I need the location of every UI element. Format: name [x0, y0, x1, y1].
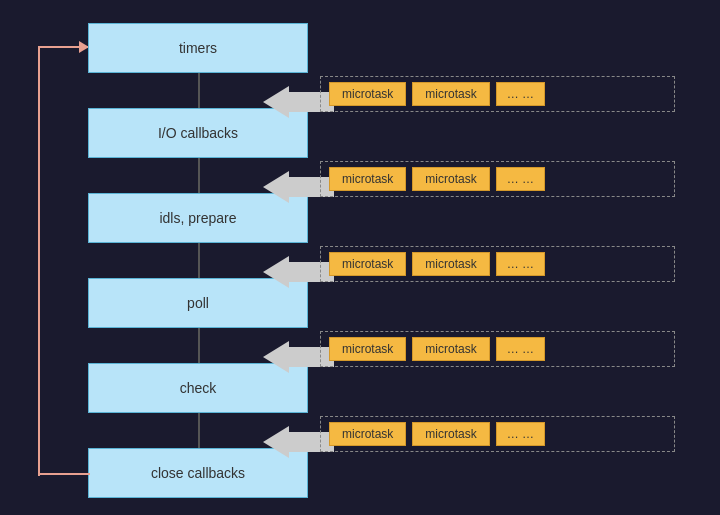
microtask-item: microtask — [329, 252, 406, 276]
microtask-row-1: microtask microtask … … — [320, 76, 675, 112]
microtask-item: microtask — [329, 167, 406, 191]
microtask-dots: … … — [496, 167, 545, 191]
connector-4 — [198, 328, 200, 363]
entry-arrow — [38, 46, 88, 48]
microtask-item: microtask — [329, 422, 406, 446]
microtask-dots: … … — [496, 82, 545, 106]
microtask-row-3: microtask microtask … … — [320, 246, 675, 282]
event-loop-diagram: timers I/O callbacks idls, prepare poll … — [10, 8, 710, 508]
connector-3 — [198, 243, 200, 278]
connector-2 — [198, 158, 200, 193]
microtask-row-5: microtask microtask … … — [320, 416, 675, 452]
microtask-row-2: microtask microtask … … — [320, 161, 675, 197]
microtask-item: microtask — [412, 422, 489, 446]
microtask-row-4: microtask microtask … … — [320, 331, 675, 367]
microtask-dots: … … — [496, 337, 545, 361]
connector-1 — [198, 73, 200, 108]
microtask-item: microtask — [412, 167, 489, 191]
microtask-dots: … … — [496, 252, 545, 276]
loop-back-line — [38, 46, 40, 476]
microtask-item: microtask — [329, 337, 406, 361]
loop-bottom-h — [38, 473, 90, 475]
microtask-item: microtask — [412, 252, 489, 276]
microtask-dots: … … — [496, 422, 545, 446]
phase-timers: timers — [88, 23, 308, 73]
microtask-item: microtask — [412, 337, 489, 361]
microtask-item: microtask — [412, 82, 489, 106]
microtask-item: microtask — [329, 82, 406, 106]
connector-5 — [198, 413, 200, 448]
